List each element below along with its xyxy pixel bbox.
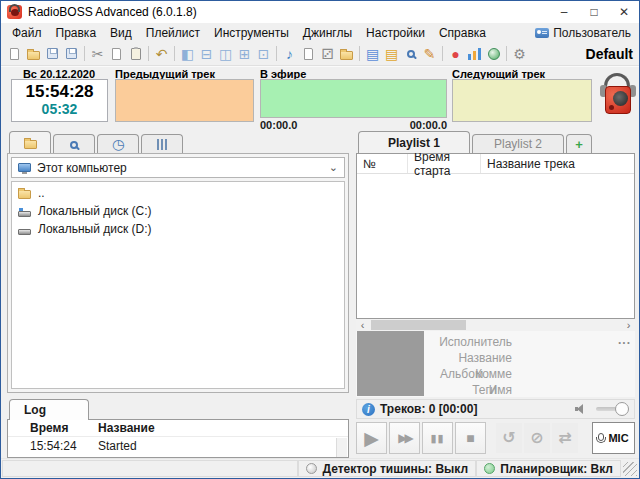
- tab-search[interactable]: [53, 134, 95, 153]
- menu-edit[interactable]: Правка: [49, 24, 104, 42]
- menu-help[interactable]: Справка: [432, 24, 493, 42]
- playlist-hscrollbar[interactable]: ‹ ›: [356, 319, 635, 331]
- log-scrollbar[interactable]: [336, 438, 347, 457]
- menu-settings[interactable]: Настройки: [359, 24, 432, 42]
- scroll-right-icon[interactable]: ›: [622, 319, 635, 331]
- radioboss-logo: [599, 73, 637, 123]
- toolbar-buttons: ✂↶◧⊟◫⊞⊡♪⚂▤▤✎●⚙: [5, 44, 529, 64]
- tab-equalizer[interactable]: [141, 134, 183, 153]
- minimize-button[interactable]: –: [549, 1, 579, 23]
- volume-slider[interactable]: [596, 402, 629, 416]
- menu-jingles[interactable]: Джинглы: [296, 24, 359, 42]
- list-item-disk-c[interactable]: Локальный диск (C:): [12, 202, 344, 220]
- record-button[interactable]: ●: [446, 44, 465, 64]
- add-from-folder-button[interactable]: [337, 44, 356, 64]
- layout-vertical-icon: ◫: [219, 47, 232, 61]
- computer-icon: [18, 163, 31, 172]
- browser-column: ◷ Этот компьютер ⌄ ..Локальный диск (C:)…: [7, 130, 349, 460]
- close-button[interactable]: ✕: [609, 1, 639, 23]
- repeat-button[interactable]: ↺: [496, 423, 522, 453]
- layout-vertical-button[interactable]: ◫: [216, 44, 235, 64]
- levels-button[interactable]: [465, 44, 484, 64]
- app-logo-icon: [7, 5, 22, 19]
- menu-playlist[interactable]: Плейлист: [139, 24, 207, 42]
- reports-button[interactable]: ▤: [363, 44, 382, 64]
- toolbar-separator: [276, 46, 277, 61]
- layout-quad-button[interactable]: ⊞: [235, 44, 254, 64]
- log-column-time[interactable]: Время: [8, 421, 98, 435]
- add-playlist-tab-button[interactable]: +: [566, 134, 592, 153]
- list-item-parent-folder[interactable]: ..: [12, 184, 344, 202]
- log-tab[interactable]: Log: [9, 399, 89, 420]
- scheduler-status[interactable]: Планировщик: Вкл: [476, 460, 621, 477]
- speaker-box-icon: [605, 86, 631, 114]
- next-track-panel[interactable]: [452, 79, 592, 122]
- tab-playlist-2[interactable]: Playlist 2: [472, 134, 564, 153]
- more-button[interactable]: ...: [618, 333, 631, 347]
- countdown-time: 05:32: [12, 101, 107, 117]
- settings-button[interactable]: ⚙: [510, 44, 529, 64]
- silence-detector-status[interactable]: Детектор тишины: Выкл: [298, 460, 476, 477]
- scroll-left-icon[interactable]: ‹: [356, 319, 369, 331]
- maximize-button[interactable]: □: [579, 1, 609, 23]
- edit-track-button[interactable]: ✎: [420, 44, 439, 64]
- user-icon: [535, 28, 549, 38]
- pause-button[interactable]: ▮▮: [422, 422, 453, 454]
- shuffle-button[interactable]: ⇄: [552, 423, 578, 453]
- user-menu[interactable]: Пользователь: [535, 26, 635, 40]
- tab-files[interactable]: [9, 131, 51, 153]
- copy-button[interactable]: [107, 44, 126, 64]
- on-air-panel[interactable]: [260, 79, 447, 118]
- menu-file[interactable]: Файл: [5, 24, 49, 42]
- tab-playlist-1[interactable]: Playlist 1: [358, 131, 470, 153]
- stop-icon: ■: [466, 431, 474, 445]
- location-dropdown[interactable]: Этот компьютер ⌄: [11, 157, 345, 178]
- mic-button[interactable]: MIC: [592, 422, 635, 454]
- file-browser-panel: Этот компьютер ⌄ ..Локальный диск (C:)Ло…: [7, 153, 349, 393]
- playlist-table[interactable]: №Время стартаНазвание трека: [356, 153, 635, 319]
- paste-button[interactable]: [126, 44, 145, 64]
- record-icon: ●: [451, 47, 459, 61]
- broadcast-button[interactable]: [484, 44, 503, 64]
- resize-grip[interactable]: [623, 462, 637, 476]
- log-row-name: Started: [98, 439, 348, 453]
- play-button[interactable]: ▶: [356, 422, 387, 454]
- menu-view[interactable]: Вид: [103, 24, 139, 42]
- open-playlist-button[interactable]: [24, 44, 43, 64]
- list-item-disk-d[interactable]: Локальный диск (D:): [12, 220, 344, 238]
- menu-tools[interactable]: Инструменты: [207, 24, 296, 42]
- pause-icon: ▮▮: [430, 433, 444, 444]
- block-button[interactable]: ⊘: [524, 423, 550, 453]
- cut-button[interactable]: ✂: [88, 44, 107, 64]
- tab-history[interactable]: ◷: [97, 134, 139, 153]
- add-random-button[interactable]: ⚂: [318, 44, 337, 64]
- music-library-button[interactable]: ▤: [382, 44, 401, 64]
- file-item-label: Локальный диск (D:): [38, 222, 152, 236]
- playlist-column-1[interactable]: Время старта: [408, 154, 481, 173]
- volume-knob[interactable]: [615, 402, 629, 416]
- scheduler-label: Планировщик: Вкл: [500, 462, 613, 476]
- fast-forward-icon: ▶▶: [398, 432, 410, 444]
- preset-name[interactable]: Default: [586, 46, 633, 62]
- fast-forward-button[interactable]: ▶▶: [389, 422, 420, 454]
- playlist-column-2[interactable]: Название трека: [481, 154, 634, 173]
- log-column-name[interactable]: Название: [98, 421, 348, 435]
- playlist-column-0[interactable]: №: [357, 154, 408, 173]
- add-file-button[interactable]: [299, 44, 318, 64]
- layout-left-button[interactable]: ◧: [178, 44, 197, 64]
- save-playlist-as-button[interactable]: [62, 44, 81, 64]
- layout-add-button[interactable]: ⊡: [254, 44, 273, 64]
- search-button[interactable]: [401, 44, 420, 64]
- new-playlist-button[interactable]: [5, 44, 24, 64]
- stop-button[interactable]: ■: [455, 422, 486, 454]
- save-playlist-button[interactable]: [43, 44, 62, 64]
- paste-icon: [131, 48, 141, 60]
- scheduler-on-icon: [484, 463, 495, 474]
- track-info-line: ТегиИмя: [426, 382, 512, 398]
- previous-track-panel[interactable]: [115, 79, 254, 122]
- scrollbar-thumb[interactable]: [371, 320, 466, 330]
- layout-horizontal-button[interactable]: ⊟: [197, 44, 216, 64]
- undo-button[interactable]: ↶: [152, 44, 171, 64]
- add-track-button[interactable]: ♪: [280, 44, 299, 64]
- track-info-label: Имя: [489, 383, 512, 397]
